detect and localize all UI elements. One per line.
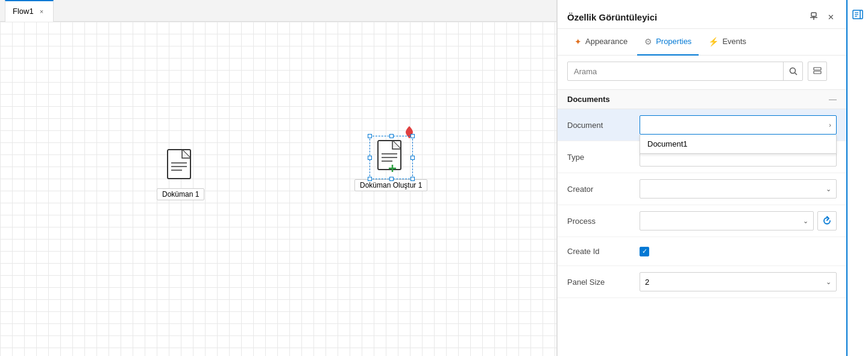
handle-tl[interactable] bbox=[368, 134, 372, 138]
search-input[interactable] bbox=[568, 67, 783, 76]
events-icon: ⚡ bbox=[708, 37, 719, 46]
tab-appearance-label: Appearance bbox=[585, 37, 627, 46]
panel-size-chevron-icon: ⌄ bbox=[826, 278, 831, 286]
svg-rect-17 bbox=[814, 71, 821, 74]
sidebar-panel-icon[interactable] bbox=[849, 6, 866, 23]
process-select[interactable]: ⌄ bbox=[640, 211, 814, 230]
handle-tm[interactable] bbox=[389, 134, 394, 138]
svg-point-14 bbox=[790, 68, 795, 74]
collapse-button[interactable] bbox=[808, 62, 827, 81]
prop-label-process: Process bbox=[567, 217, 640, 226]
node-2-label: Doküman Oluştur 1 bbox=[354, 179, 427, 191]
tab-properties-label: Properties bbox=[656, 37, 691, 46]
search-row bbox=[558, 56, 846, 87]
tab-events[interactable]: ⚡ Events bbox=[701, 29, 753, 56]
prop-value-process: ⌄ bbox=[640, 211, 837, 230]
prop-row-create-id: Create Id bbox=[558, 237, 846, 266]
search-button[interactable] bbox=[783, 62, 802, 81]
prop-value-document: › Document1 bbox=[640, 115, 837, 135]
document-input[interactable]: › bbox=[640, 115, 837, 135]
property-rows: Document › Document1 Type bbox=[558, 109, 846, 298]
prop-label-creator: Creator bbox=[567, 185, 640, 194]
document-suggestion-box: Document1 bbox=[640, 135, 837, 154]
document-chevron-icon: › bbox=[829, 121, 831, 129]
search-bar bbox=[567, 62, 803, 81]
document-suggestion-item-1[interactable]: Document1 bbox=[640, 135, 836, 153]
prop-value-panel-size: 2 ⌄ bbox=[640, 272, 837, 291]
tab-events-label: Events bbox=[722, 37, 746, 46]
appearance-icon: ✦ bbox=[574, 37, 582, 46]
prop-row-document: Document › Document1 bbox=[558, 109, 846, 141]
creator-select[interactable]: ⌄ bbox=[640, 179, 837, 199]
section-collapse-button[interactable]: — bbox=[829, 95, 837, 104]
node-1-icon bbox=[163, 148, 199, 185]
property-panel: Özellik Görüntüleyici ✕ ✦ Appearance ⚙ P… bbox=[557, 0, 846, 356]
prop-label-document: Document bbox=[567, 121, 640, 130]
handle-ml[interactable] bbox=[368, 156, 372, 160]
main-canvas-area: Flow1 × Doküman 1 bbox=[0, 0, 557, 356]
prop-row-process: Process ⌄ bbox=[558, 205, 846, 237]
tab-label: Flow1 bbox=[13, 7, 34, 16]
prop-value-creator: ⌄ bbox=[640, 179, 837, 199]
flow-node-1[interactable]: Doküman 1 bbox=[157, 148, 204, 200]
section-header-documents: Documents — bbox=[558, 89, 846, 109]
panel-header: Özellik Görüntüleyici ✕ bbox=[558, 0, 846, 29]
flow-tab[interactable]: Flow1 × bbox=[5, 0, 54, 22]
close-icon[interactable]: ✕ bbox=[825, 10, 837, 24]
tab-bar: Flow1 × bbox=[0, 0, 556, 22]
process-input-group: ⌄ bbox=[640, 211, 837, 230]
process-refresh-button[interactable] bbox=[817, 211, 837, 230]
flow-canvas[interactable]: Doküman 1 bbox=[0, 22, 556, 356]
properties-icon: ⚙ bbox=[644, 37, 652, 46]
prop-label-type: Type bbox=[567, 153, 640, 162]
pin-icon[interactable] bbox=[807, 10, 820, 25]
panel-size-value: 2 bbox=[645, 278, 649, 287]
node-1-label: Doküman 1 bbox=[157, 188, 204, 200]
creator-chevron-icon: ⌄ bbox=[826, 185, 831, 193]
create-id-checkbox[interactable] bbox=[640, 247, 649, 256]
prop-label-panel-size: Panel Size bbox=[567, 278, 640, 287]
panel-header-actions: ✕ bbox=[807, 10, 837, 25]
flow-node-2[interactable]: Doküman Oluştur 1 bbox=[354, 139, 427, 191]
svg-rect-11 bbox=[811, 13, 816, 16]
panel-tabs: ✦ Appearance ⚙ Properties ⚡ Events bbox=[558, 29, 846, 56]
handle-mr[interactable] bbox=[410, 156, 415, 160]
tab-close-button[interactable]: × bbox=[37, 7, 46, 16]
process-chevron-icon: ⌄ bbox=[803, 217, 808, 225]
section-title-documents: Documents bbox=[567, 95, 610, 104]
prop-row-creator: Creator ⌄ bbox=[558, 173, 846, 205]
connection-point[interactable] bbox=[404, 127, 414, 137]
node-2-selection-wrapper bbox=[373, 139, 409, 176]
prop-label-create-id: Create Id bbox=[567, 247, 640, 256]
tab-appearance[interactable]: ✦ Appearance bbox=[567, 29, 635, 56]
prop-row-panel-size: Panel Size 2 ⌄ bbox=[558, 266, 846, 298]
document-dropdown: › Document1 bbox=[640, 115, 837, 135]
panel-size-select[interactable]: 2 ⌄ bbox=[640, 272, 837, 291]
prop-value-create-id bbox=[640, 247, 837, 256]
node-2-icon bbox=[373, 139, 409, 176]
panel-title: Özellik Görüntüleyici bbox=[567, 12, 657, 22]
svg-line-15 bbox=[794, 73, 797, 75]
svg-rect-16 bbox=[814, 68, 821, 70]
far-right-panel bbox=[846, 0, 868, 356]
tab-properties[interactable]: ⚙ Properties bbox=[637, 29, 699, 56]
